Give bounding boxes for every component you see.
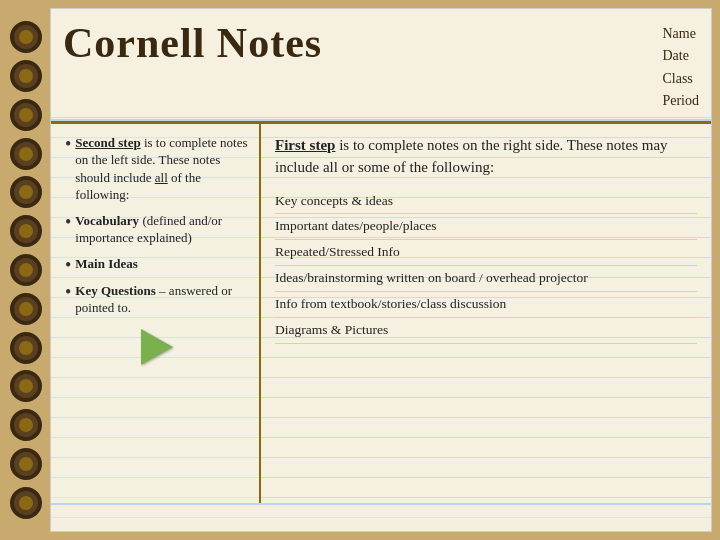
main-ideas-label: Main Ideas	[75, 255, 137, 273]
spiral-ring	[10, 409, 42, 441]
list-item-main-ideas: • Main Ideas	[65, 255, 249, 274]
spiral-ring	[10, 254, 42, 286]
right-column: First step is to complete notes on the r…	[261, 124, 711, 503]
main-content: • Second step is to complete notes on th…	[51, 121, 711, 503]
page-title: Cornell Notes	[63, 19, 322, 67]
left-column: • Second step is to complete notes on th…	[51, 124, 261, 503]
spiral-ring	[10, 370, 42, 402]
spiral-ring	[10, 332, 42, 364]
spiral-binding	[0, 0, 52, 540]
second-step-text: Second step is to complete notes on the …	[75, 134, 249, 204]
spiral-ring	[10, 448, 42, 480]
notes-list: Key concepts & ideas Important dates/peo…	[275, 189, 697, 344]
list-item-vocabulary: • Vocabulary (defined and/or importance …	[65, 212, 249, 247]
note-item-3: Repeated/Stressed Info	[275, 240, 697, 266]
spiral-ring	[10, 60, 42, 92]
key-questions-label: Key Questions	[75, 283, 156, 298]
all-underline: all	[155, 170, 168, 185]
second-step-label: Second step	[75, 135, 140, 150]
class-label: Class	[662, 68, 699, 90]
list-item-second-step: • Second step is to complete notes on th…	[65, 134, 249, 204]
vocabulary-label: Vocabulary	[75, 213, 139, 228]
list-item-key-questions: • Key Questions – answered or pointed to…	[65, 282, 249, 317]
note-item-4: Ideas/brainstorming written on board / o…	[275, 266, 697, 292]
bottom-section	[51, 503, 711, 531]
name-label: Name	[662, 23, 699, 45]
first-step-label: First step	[275, 137, 335, 153]
right-arrow-icon	[141, 329, 173, 365]
note-item-6: Diagrams & Pictures	[275, 318, 697, 344]
period-label: Period	[662, 90, 699, 112]
bullet-3: •	[65, 256, 71, 274]
spiral-ring	[10, 487, 42, 519]
left-list: • Second step is to complete notes on th…	[65, 134, 249, 317]
note-item-2: Important dates/people/places	[275, 214, 697, 240]
spiral-ring	[10, 215, 42, 247]
first-step-block: First step is to complete notes on the r…	[275, 134, 697, 179]
paper: Cornell Notes Name Date Class Period • S…	[50, 8, 712, 532]
bullet-4: •	[65, 283, 71, 301]
note-item-1: Key concepts & ideas	[275, 189, 697, 215]
vocabulary-text: Vocabulary (defined and/or importance ex…	[75, 212, 249, 247]
bullet-2: •	[65, 213, 71, 231]
date-label: Date	[662, 45, 699, 67]
spiral-ring	[10, 21, 42, 53]
note-item-5: Info from textbook/stories/class discuss…	[275, 292, 697, 318]
bullet-1: •	[65, 135, 71, 153]
spiral-ring	[10, 293, 42, 325]
spiral-ring	[10, 99, 42, 131]
key-questions-text: Key Questions – answered or pointed to.	[75, 282, 249, 317]
name-date-block: Name Date Class Period	[662, 19, 699, 113]
arrow-container	[65, 325, 249, 371]
page-container: Cornell Notes Name Date Class Period • S…	[0, 0, 720, 540]
spiral-ring	[10, 176, 42, 208]
spiral-ring	[10, 138, 42, 170]
page-header: Cornell Notes Name Date Class Period	[51, 9, 711, 121]
